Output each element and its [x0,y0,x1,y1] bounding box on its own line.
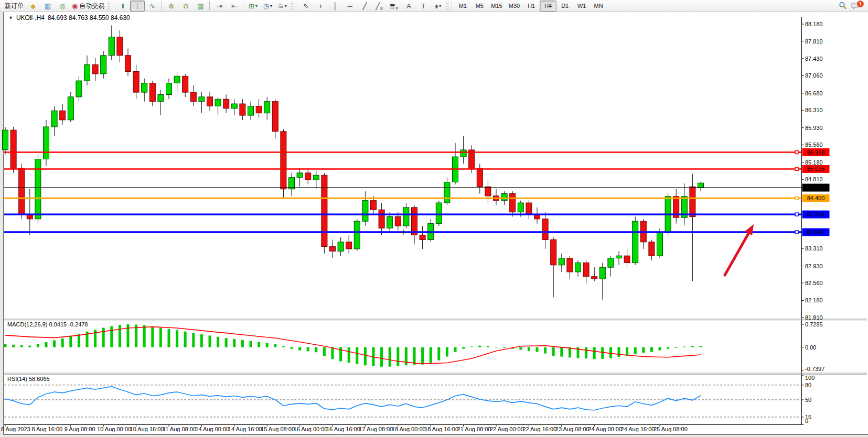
macd-histogram-bar [650,347,653,352]
macd-histogram-bar [659,347,661,351]
candle [403,207,409,226]
candle [215,99,221,106]
chart-shift-button[interactable]: ⇤ [227,1,241,12]
time-tick-label: 18 Aug 16:00 [424,426,458,432]
macd-histogram-bar [225,338,228,347]
macd-histogram-bar [291,347,293,349]
autotrading-button[interactable]: ◉自动交易 [70,1,106,12]
candle [338,242,344,252]
equidistant-channel-button[interactable]: ╱E [372,1,387,12]
timeframe-w1-button[interactable]: W1 [573,1,590,12]
new-order-button-label: 新订单 [5,2,24,10]
zoom-out-button[interactable]: ⊖ [178,1,193,12]
horizontal-line-button[interactable]: ─ [342,1,357,12]
price-tick-label: 83.310 [805,245,823,252]
vertical-line-button[interactable]: │ [328,1,342,12]
candle [92,64,98,74]
macd-histogram-bar [159,327,162,347]
time-tick-label: 9 Aug 08:00 [65,426,95,432]
label-button[interactable]: T [416,1,431,12]
timeframe-d1-button[interactable]: D1 [556,1,573,12]
macd-histogram-bar [28,346,31,347]
arrow-annotation-shaft[interactable] [725,232,749,275]
macd-tick-label: -0.7397 [805,366,824,372]
level-line-handle[interactable] [795,151,798,154]
level-line-handle[interactable] [795,231,798,234]
price-tick-label: 86.310 [805,107,823,113]
macd-histogram-bar [323,347,326,356]
candle [698,183,704,188]
candle [559,258,564,265]
notification-badge[interactable]: 1 [857,1,864,7]
macd-histogram-bar [601,347,604,359]
candle [387,216,393,228]
level-line-handle[interactable] [795,196,798,200]
indicators-glyph: ⊞ [249,3,254,9]
search-icon[interactable] [838,1,848,10]
zoom-in-button[interactable]: ⊕ [164,1,178,12]
bar-chart-glyph: ‖ [122,3,124,9]
templates-button[interactable]: ≋▾ [275,1,290,12]
indicators-button[interactable]: ⊞▾ [245,1,260,12]
macd-histogram-bar [609,347,612,358]
candle [297,173,303,178]
price-tag-label: 84.400 [807,195,825,201]
level-line-handle[interactable] [795,167,798,170]
chart-canvas[interactable]: 88.18087.81087.43087.06086.68086.31085.9… [0,0,868,437]
timeframe-h1-button[interactable]: H1 [523,1,540,12]
arrow-annotation-head[interactable] [745,224,754,235]
signals-icon[interactable]: ◎ [55,1,70,12]
level-line-handle[interactable] [795,213,798,216]
bar-chart-button[interactable]: ‖ [115,1,130,12]
macd-histogram-bar [61,338,64,347]
fibonacci-button[interactable]: ≣F [387,1,401,12]
toolbar-separator [161,1,162,10]
macd-histogram-bar [37,344,39,347]
charts-window-icon[interactable]: ▦ [40,1,55,12]
candle [223,99,229,108]
macd-histogram-bar [569,347,571,358]
candle [485,187,491,196]
timeframe-h4-button[interactable]: H4 [540,1,556,12]
time-tick-label: 18 Aug 00:00 [392,426,426,432]
macd-histogram-bar [12,345,15,347]
candle [313,175,319,180]
autotrading-glyph: ◉ [72,3,78,9]
candle [190,92,196,102]
timeframe-m30-button[interactable]: M30 [506,1,523,12]
toolbar-drag-handle [108,2,110,10]
tile-windows-glyph: ▦ [197,3,203,9]
candle [272,102,278,132]
shapes-button[interactable]: ⬧▾ [431,1,445,12]
macd-histogram-bar [437,347,440,360]
crosshair-button[interactable]: + [313,1,328,12]
macd-histogram-bar [250,341,252,347]
timeframe-mn-button[interactable]: MN [590,1,607,12]
line-chart-glyph: ∿ [149,3,155,9]
rsi-tick-label: 80 [805,382,811,388]
chart-dropdown-icon[interactable]: ▼ [8,15,13,20]
autotrading-button-label: 自动交易 [79,2,104,10]
cursor-button[interactable]: ⇖ [298,1,313,12]
macd-histogram-bar [282,346,285,347]
new-order-button[interactable]: 新订单 [1,1,26,12]
charts-window-icon-glyph: ▦ [45,3,51,9]
timeframe-m15-button[interactable]: M15 [488,1,505,12]
trendline-button[interactable]: ╱ [357,1,372,12]
macd-histogram-bar [110,326,113,347]
line-chart-button[interactable]: ∿ [145,1,159,12]
metaeditor-icon[interactable]: ◆ [26,1,40,12]
auto-scroll-button[interactable]: ⇥ [212,1,227,12]
timeframe-m1-button[interactable]: M1 [454,1,471,12]
timeframe-m5-button[interactable]: M5 [471,1,488,12]
macd-histogram-bar [241,340,244,347]
text-button[interactable]: A [401,1,416,12]
tile-windows-button[interactable]: ▦ [193,1,208,12]
periods-button[interactable]: ◷▾ [260,1,275,12]
time-tick-label: 10 Aug 16:00 [130,426,164,432]
candlestick-chart-button[interactable]: ⌶ [130,1,145,12]
macd-tick-label: 0.7285 [805,321,823,327]
rsi-tick-label: 50 [805,397,811,403]
candle [362,201,368,222]
macd-histogram-bar [143,325,146,347]
